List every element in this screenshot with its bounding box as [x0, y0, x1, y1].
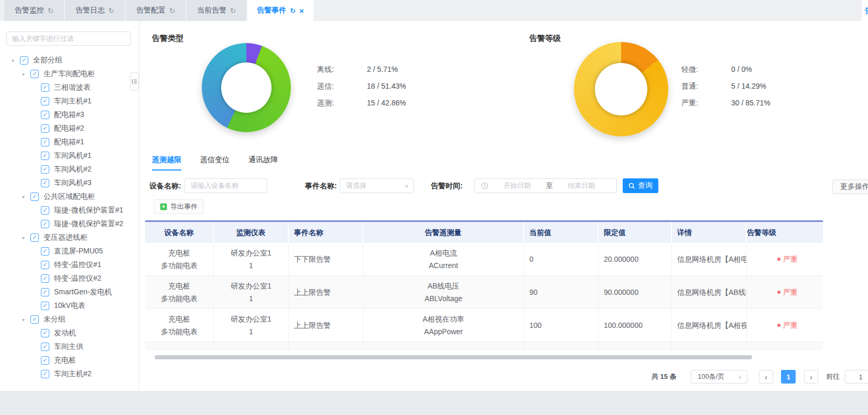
refresh-icon[interactable]	[230, 6, 236, 15]
checkbox-icon[interactable]	[41, 329, 49, 337]
checkbox-icon[interactable]	[41, 138, 49, 146]
export-events-button[interactable]: 导出事件	[154, 199, 204, 214]
refresh-icon[interactable]	[48, 6, 53, 15]
tree-item[interactable]: 配电箱#2	[0, 122, 139, 135]
checkbox-icon[interactable]	[41, 370, 49, 378]
end-date-field[interactable]: 结束日期	[553, 181, 611, 190]
checkbox-icon[interactable]	[41, 97, 49, 105]
checkbox-icon[interactable]	[41, 288, 49, 296]
alarm-time-range-picker[interactable]: 开始日期 至 结束日期	[474, 178, 617, 193]
query-button[interactable]: 查询	[623, 178, 658, 193]
more-actions-button[interactable]: 更多操作	[832, 179, 868, 194]
tree-item[interactable]: 生产车间配电柜	[0, 67, 139, 81]
page-size-select[interactable]: 100条/页	[691, 370, 747, 384]
table-row[interactable]: 充电桩多功能电表 研发办公室11 上上限告警 A相视在功率AAppPower 1…	[145, 309, 823, 342]
tab-signal-change[interactable]: 遥信变位	[200, 155, 230, 171]
refresh-icon[interactable]	[169, 6, 175, 15]
checkbox-icon[interactable]	[41, 247, 49, 256]
tree-item[interactable]: 配电箱#3	[0, 108, 139, 122]
checkbox-icon[interactable]	[41, 152, 49, 160]
checkbox-icon[interactable]	[30, 70, 39, 78]
checkbox-icon[interactable]	[41, 274, 49, 283]
checkbox-icon[interactable]	[41, 302, 49, 310]
prev-page-button[interactable]	[759, 370, 773, 384]
refresh-icon[interactable]	[290, 6, 296, 15]
tree-item[interactable]: 配电箱#1	[0, 135, 139, 149]
checkbox-icon[interactable]	[41, 261, 49, 269]
expand-arrow-icon[interactable]	[22, 235, 30, 241]
col-header-limit[interactable]: 限定值	[599, 222, 672, 243]
sidebar-collapse-handle[interactable]	[130, 72, 139, 90]
tree-item[interactable]: 车间风机#2	[0, 163, 139, 176]
table-row-clipped[interactable]	[145, 342, 823, 351]
tree-item[interactable]: SmartGen-发电机	[0, 285, 139, 299]
checkbox-icon[interactable]	[41, 83, 49, 92]
tab-alarm-monitor[interactable]: 告警监控	[4, 0, 64, 21]
tab-comm-fault[interactable]: 通讯故障	[248, 155, 278, 171]
tree-item[interactable]: 车间主供	[0, 340, 139, 354]
checkbox-icon[interactable]	[41, 220, 49, 228]
search-icon	[628, 183, 635, 189]
col-header-level[interactable]: 告警等级	[747, 222, 823, 243]
expand-arrow-icon[interactable]	[22, 194, 30, 200]
tree-item[interactable]: 瑞捷-微机保护装置#2	[0, 217, 139, 231]
tree-item[interactable]: 车间风机#3	[0, 176, 139, 190]
start-date-field[interactable]: 开始日期	[489, 181, 546, 190]
checkbox-icon[interactable]	[20, 56, 28, 65]
next-page-button[interactable]	[804, 370, 818, 384]
checkbox-icon[interactable]	[41, 343, 49, 351]
table-row[interactable]: 充电桩多功能电表 研发办公室11 上上限告警 AB线电压ABLVoltage 9…	[145, 276, 823, 309]
close-icon[interactable]	[299, 6, 304, 15]
donut-hole	[595, 63, 647, 115]
col-header-current[interactable]: 当前值	[524, 222, 599, 243]
tree-item[interactable]: 10kV电表	[0, 299, 139, 313]
tree-item[interactable]: 公共区域配电柜	[0, 190, 139, 204]
tree-item[interactable]: 直流屏-PMU05	[0, 244, 139, 258]
expand-arrow-icon[interactable]	[22, 317, 30, 323]
col-header-detail[interactable]: 详情	[672, 222, 747, 243]
tree-item[interactable]: 充电桩	[0, 354, 139, 367]
col-header-device[interactable]: 设备名称	[145, 222, 214, 243]
col-header-event[interactable]: 事件名称	[289, 222, 363, 243]
scrollbar-thumb[interactable]	[155, 355, 752, 359]
refresh-icon[interactable]	[108, 6, 114, 15]
tree-item[interactable]: 特变-温控仪#1	[0, 258, 139, 272]
tree-filter-input[interactable]	[6, 31, 131, 46]
checkbox-icon[interactable]	[41, 111, 49, 119]
tab-alarm-log[interactable]: 告警日志	[65, 0, 125, 21]
checkbox-icon[interactable]	[30, 193, 39, 201]
tree-item[interactable]: 变压器进线柜	[0, 231, 139, 244]
tab-current-alarm[interactable]: 当前告警	[187, 0, 246, 21]
tab-overflow[interactable]: 告	[862, 0, 868, 21]
tree-item[interactable]: 三相谐波表	[0, 81, 139, 94]
tab-label: 当前告警	[197, 6, 226, 15]
col-header-meter[interactable]: 监测仪表	[214, 222, 289, 243]
expand-arrow-icon[interactable]	[22, 71, 30, 77]
tree-item[interactable]: 未分组	[0, 313, 139, 326]
device-name-input[interactable]: 请输入设备名称	[185, 178, 267, 193]
tab-alarm-config[interactable]: 告警配置	[126, 0, 186, 21]
tab-alarm-events-active[interactable]: 告警事件	[247, 0, 313, 21]
col-header-quantity[interactable]: 告警遥测量	[363, 222, 524, 243]
expand-arrow-icon[interactable]	[12, 58, 20, 63]
tree-item[interactable]: 特变-温控仪#2	[0, 272, 139, 285]
tab-telemetry-overlimit[interactable]: 遥测越限	[152, 155, 181, 171]
checkbox-icon[interactable]	[41, 124, 49, 133]
checkbox-icon[interactable]	[30, 233, 39, 242]
checkbox-icon[interactable]	[41, 356, 49, 365]
tree-item[interactable]: 瑞捷-微机保护装置#1	[0, 204, 139, 217]
goto-page-input[interactable]	[845, 370, 868, 384]
checkbox-icon[interactable]	[41, 165, 49, 174]
table-row[interactable]: 充电桩多功能电表 研发办公室11 下下限告警 A相电流ACurrent 0 20…	[145, 243, 823, 276]
tree-item[interactable]: 全部分组	[0, 54, 139, 67]
event-name-select[interactable]: 请选择	[340, 178, 414, 193]
tree-item[interactable]: 车间主机#1	[0, 94, 139, 108]
current-page-button[interactable]: 1	[781, 370, 796, 384]
checkbox-icon[interactable]	[30, 315, 39, 324]
tree-item[interactable]: 车间主机#2	[0, 367, 139, 381]
checkbox-icon[interactable]	[41, 206, 49, 215]
tree-item[interactable]: 发动机	[0, 326, 139, 340]
table-header: 设备名称 监测仪表 事件名称 告警遥测量 当前值 限定值 详情 告警等级	[145, 222, 823, 243]
tree-item[interactable]: 车间风机#1	[0, 149, 139, 163]
checkbox-icon[interactable]	[41, 179, 49, 187]
